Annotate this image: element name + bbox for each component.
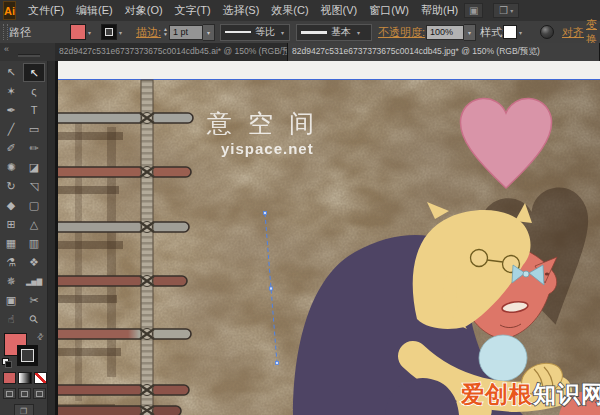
eyedropper-tool[interactable]: ⚗ bbox=[0, 253, 22, 272]
tools-panel-header: « bbox=[0, 43, 55, 61]
collapse-panel-icon[interactable]: « bbox=[4, 45, 9, 54]
rotate-tool[interactable]: ↻ bbox=[0, 177, 22, 196]
width-profile-select[interactable]: 等比 ▾ bbox=[220, 24, 290, 41]
column-graph-tool[interactable]: ▂▅▇ bbox=[23, 272, 45, 291]
stroke-weight-stepper[interactable]: ▲▼ bbox=[163, 27, 168, 37]
appbar-icons: ▣ ❒▾ bbox=[464, 3, 600, 18]
tab-title: 82d9427c531e6737373675c0014cdb45.jpg* @ … bbox=[292, 46, 540, 58]
menu-view[interactable]: 视图(V) bbox=[315, 0, 364, 21]
stroke-panel-link[interactable]: 描边: bbox=[136, 25, 161, 40]
tools-panel: ↖↖✶ς✒T╱▭✐✏✺◪↻◹◆▢⊞△▦▥⚗❖✵▂▅▇▣✂☝⚲ ⇄ ❐ bbox=[0, 61, 48, 415]
workspace-switcher-icon[interactable]: ❒▾ bbox=[493, 3, 519, 18]
rectangle-tool[interactable]: ▭ bbox=[23, 120, 45, 139]
menu-type[interactable]: 文字(T) bbox=[169, 0, 217, 21]
panel-drag-handle[interactable] bbox=[18, 54, 40, 57]
menu-file[interactable]: 文件(F) bbox=[22, 0, 70, 21]
opacity-dropdown[interactable]: ▾ bbox=[464, 24, 476, 41]
canvas-edge bbox=[55, 61, 58, 415]
chevron-down-icon: ▾ bbox=[357, 29, 360, 36]
menu-bar: Ai 文件(F)编辑(E)对象(O)文字(T)选择(S)效果(C)视图(V)窗口… bbox=[0, 0, 600, 22]
brush-definition-select[interactable]: 基本 ▾ bbox=[296, 24, 372, 41]
recolor-artwork-icon[interactable] bbox=[540, 25, 554, 39]
document-canvas[interactable]: 意空间 yispace.net bbox=[55, 61, 600, 415]
lasso-tool[interactable]: ς bbox=[23, 82, 45, 101]
tools-grid: ↖↖✶ς✒T╱▭✐✏✺◪↻◹◆▢⊞△▦▥⚗❖✵▂▅▇▣✂☝⚲ bbox=[0, 61, 47, 329]
chevron-down-icon: ▾ bbox=[281, 29, 284, 36]
selection-type-label: 路径 bbox=[9, 25, 31, 40]
pencil-tool[interactable]: ✏ bbox=[23, 139, 45, 158]
tab-document-jpg[interactable]: 82d9427c531e6737373675c0014cdb45.jpg* @ … bbox=[288, 43, 600, 61]
workspace-glyph: ❒ bbox=[499, 5, 508, 16]
menu-effect[interactable]: 效果(C) bbox=[265, 0, 314, 21]
draw-behind-button[interactable] bbox=[18, 388, 31, 399]
width-profile-value: 等比 bbox=[255, 25, 275, 39]
magic-wand-tool[interactable]: ✶ bbox=[0, 82, 22, 101]
fill-stroke-control[interactable]: ⇄ bbox=[0, 332, 47, 370]
site-watermark: 爱创根知识网 bbox=[460, 381, 600, 407]
gradient-mode-button[interactable] bbox=[18, 372, 31, 384]
stroke-dropdown-icon[interactable]: ▾ bbox=[119, 29, 122, 36]
brush-preview bbox=[301, 31, 327, 34]
swap-fill-stroke-icon[interactable]: ⇄ bbox=[35, 331, 46, 342]
eraser-tool[interactable]: ◪ bbox=[23, 158, 45, 177]
blue-shirt bbox=[479, 335, 527, 381]
panel-grip-icon[interactable] bbox=[3, 24, 8, 40]
control-bar: 路径 ▾ ▾ 描边: ▲▼ 1 pt ▾ 等比 ▾ bbox=[0, 21, 600, 44]
fill-color-swatch[interactable] bbox=[70, 24, 86, 40]
stroke-swatch[interactable] bbox=[17, 345, 38, 366]
anchor-point[interactable] bbox=[270, 287, 273, 290]
opacity-field[interactable]: 100% bbox=[426, 25, 464, 40]
default-fill-stroke-icon[interactable] bbox=[2, 358, 11, 367]
stroke-weight-field[interactable]: 1 pt bbox=[169, 25, 203, 40]
line-segment-tool[interactable]: ╱ bbox=[0, 120, 22, 139]
menu-object[interactable]: 对象(O) bbox=[119, 0, 169, 21]
shape-builder-tool[interactable]: ⊞ bbox=[0, 215, 22, 234]
pen-tool[interactable]: ✒ bbox=[0, 101, 22, 120]
fill-dropdown-icon[interactable]: ▾ bbox=[88, 29, 91, 36]
style-swatch[interactable] bbox=[503, 25, 517, 39]
artboard-white-area bbox=[55, 61, 600, 79]
draw-normal-button[interactable] bbox=[3, 388, 16, 399]
menu-help[interactable]: 帮助(H) bbox=[415, 0, 464, 21]
stroke-weight-dropdown[interactable]: ▾ bbox=[203, 24, 215, 41]
stroke-color-swatch[interactable] bbox=[101, 24, 117, 40]
style-dropdown-icon[interactable]: ▾ bbox=[519, 29, 522, 36]
blend-tool[interactable]: ❖ bbox=[23, 253, 45, 272]
perspective-grid-tool[interactable]: △ bbox=[23, 215, 45, 234]
opacity-panel-link[interactable]: 不透明度: bbox=[378, 25, 425, 40]
anchor-point[interactable] bbox=[276, 362, 279, 365]
align-panel-link[interactable]: 对齐 bbox=[562, 25, 584, 40]
watermark-url: yispace.net bbox=[221, 140, 314, 157]
anchor-point[interactable] bbox=[264, 212, 267, 215]
artboard-tool[interactable]: ▣ bbox=[0, 291, 22, 310]
symbol-sprayer-tool[interactable]: ✵ bbox=[0, 272, 22, 291]
type-tool[interactable]: T bbox=[23, 101, 45, 120]
paintbrush-tool[interactable]: ✐ bbox=[0, 139, 22, 158]
none-mode-button[interactable] bbox=[34, 372, 47, 384]
illustrator-window: Ai 文件(F)编辑(E)对象(O)文字(T)选择(S)效果(C)视图(V)窗口… bbox=[0, 0, 600, 415]
free-transform-tool[interactable]: ▢ bbox=[23, 196, 45, 215]
tab-title: 82d9427c531e6737373675c0014cdb45.ai* @ 1… bbox=[59, 46, 288, 58]
menu-select[interactable]: 选择(S) bbox=[217, 0, 266, 21]
gradient-tool[interactable]: ▥ bbox=[23, 234, 45, 253]
brush-value: 基本 bbox=[331, 25, 351, 39]
app-logo-icon: Ai bbox=[3, 1, 16, 20]
color-mode-button[interactable] bbox=[3, 372, 16, 384]
tab-document-ai[interactable]: 82d9427c531e6737373675c0014cdb45.ai* @ 1… bbox=[55, 43, 288, 61]
site-watermark-white: 知识网 bbox=[532, 381, 600, 407]
menu-edit[interactable]: 编辑(E) bbox=[70, 0, 119, 21]
scale-tool[interactable]: ◹ bbox=[23, 177, 45, 196]
width-tool[interactable]: ◆ bbox=[0, 196, 22, 215]
draw-inside-button[interactable] bbox=[33, 388, 46, 399]
nostril bbox=[545, 273, 549, 276]
document-tab-bar: « 82d9427c531e6737373675c0014cdb45.ai* @… bbox=[0, 43, 600, 61]
blob-brush-tool[interactable]: ✺ bbox=[0, 158, 22, 177]
menu-window[interactable]: 窗口(W) bbox=[363, 0, 415, 21]
chevron-down-icon: ▾ bbox=[510, 7, 513, 14]
canvas-artwork: 意空间 yispace.net bbox=[55, 61, 600, 415]
screen-mode-button[interactable]: ❐ bbox=[14, 404, 34, 415]
mesh-tool[interactable]: ▦ bbox=[0, 234, 22, 253]
arrange-documents-icon[interactable]: ▣ bbox=[464, 3, 483, 18]
direct-selection-tool[interactable]: ↖ bbox=[23, 63, 45, 82]
selection-tool[interactable]: ↖ bbox=[0, 63, 22, 82]
